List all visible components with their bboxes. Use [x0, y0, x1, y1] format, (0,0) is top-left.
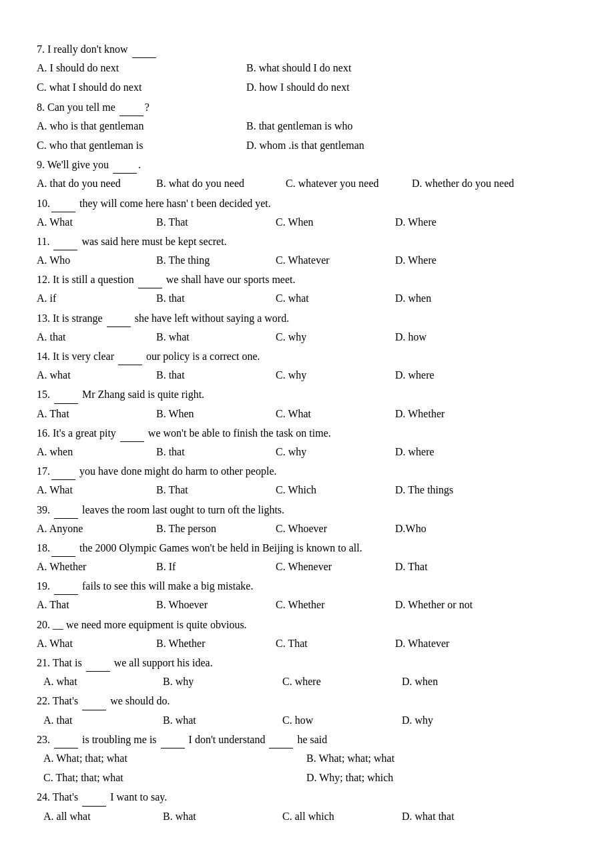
q22-options: A. that B. what C. how D. why [37, 711, 577, 729]
question-11: 11. was said here must be kept secret. A… [37, 232, 577, 269]
q8-text: 8. Can you tell me ? [37, 98, 577, 116]
q24-options: A. all what B. what C. all which D. what… [37, 807, 577, 825]
q20-options: A. What B. Whether C. That D. Whatever [37, 634, 577, 652]
q11-text: 11. was said here must be kept secret. [37, 232, 577, 250]
question-7: 7. I really don't know A. I should do ne… [37, 40, 577, 97]
q17-text: 17. you have done might do harm to other… [37, 462, 577, 480]
q17-options: A. What B. That C. Which D. The things [37, 481, 577, 499]
q7-text: 7. I really don't know [37, 40, 577, 58]
q39-options: A. Anyone B. The person C. Whoever D.Who [37, 519, 577, 537]
question-24: 24. That's I want to say. A. all what B.… [37, 788, 577, 825]
question-8: 8. Can you tell me ? A. who is that gent… [37, 98, 577, 155]
q14-text: 14. It is very clear our policy is a cor… [37, 347, 577, 365]
q23-options2: C. That; that; what D. Why; that; which [37, 769, 577, 787]
question-21: 21. That is we all support his idea. A. … [37, 654, 577, 690]
q12-options: A. if B. that C. what D. when [37, 289, 577, 307]
q20-text: 20. __ we need more equipment is quite o… [37, 616, 577, 634]
q11-options: A. Who B. The thing C. Whatever D. Where [37, 251, 577, 269]
question-23: 23. is troubling me is I don't understan… [37, 730, 577, 787]
q22-text: 22. That's we should do. [37, 692, 577, 710]
q21-options: A. what B. why C. where D. when [37, 672, 577, 690]
question-20: 20. __ we need more equipment is quite o… [37, 616, 577, 652]
question-18: 18. the 2000 Olympic Games won't be held… [37, 539, 577, 576]
q7-options: A. I should do next B. what should I do … [37, 59, 577, 77]
question-22: 22. That's we should do. A. that B. what… [37, 692, 577, 728]
q10-options: A. What B. That C. When D. Where [37, 213, 577, 231]
question-10: 10. they will come here hasn' t been dec… [37, 194, 577, 231]
q9-text: 9. We'll give you . [37, 156, 577, 174]
question-19: 19. fails to see this will make a big mi… [37, 577, 577, 614]
q23-options: A. What; that; what B. What; what; what [37, 749, 577, 767]
exam-content: 7. I really don't know A. I should do ne… [37, 40, 577, 825]
q24-text: 24. That's I want to say. [37, 788, 577, 806]
q18-text: 18. the 2000 Olympic Games won't be held… [37, 539, 577, 557]
q18-options: A. Whether B. If C. Whenever D. That [37, 558, 577, 576]
q14-options: A. what B. that C. why D. where [37, 366, 577, 384]
q16-text: 16. It's a great pity we won't be able t… [37, 424, 577, 442]
q23-text: 23. is troubling me is I don't understan… [37, 730, 577, 748]
q8-options2: C. who that gentleman is D. whom .is tha… [37, 136, 577, 154]
q21-text: 21. That is we all support his idea. [37, 654, 577, 672]
q9-options: A. that do you need B. what do you need … [37, 174, 577, 192]
q12-text: 12. It is still a question we shall have… [37, 270, 577, 288]
question-12: 12. It is still a question we shall have… [37, 270, 577, 307]
question-14: 14. It is very clear our policy is a cor… [37, 347, 577, 384]
question-13: 13. It is strange she have left without … [37, 309, 577, 346]
q15-options: A. That B. When C. What D. Whether [37, 405, 577, 423]
q15-text: 15. Mr Zhang said is quite right. [37, 385, 577, 403]
q13-options: A. that B. what C. why D. how [37, 328, 577, 346]
q8-options: A. who is that gentleman B. that gentlem… [37, 117, 577, 135]
q7-options2: C. what I should do next D. how I should… [37, 78, 577, 96]
q19-text: 19. fails to see this will make a big mi… [37, 577, 577, 595]
question-16: 16. It's a great pity we won't be able t… [37, 424, 577, 461]
q19-options: A. That B. Whoever C. Whether D. Whether… [37, 596, 577, 614]
q39-text: 39. leaves the room last ought to turn o… [37, 501, 577, 519]
q16-options: A. when B. that C. why D. where [37, 443, 577, 461]
question-15: 15. Mr Zhang said is quite right. A. Tha… [37, 385, 577, 422]
question-17: 17. you have done might do harm to other… [37, 462, 577, 499]
question-39: 39. leaves the room last ought to turn o… [37, 501, 577, 537]
question-9: 9. We'll give you . A. that do you need … [37, 156, 577, 192]
q10-text: 10. they will come here hasn' t been dec… [37, 194, 577, 212]
q13-text: 13. It is strange she have left without … [37, 309, 577, 327]
